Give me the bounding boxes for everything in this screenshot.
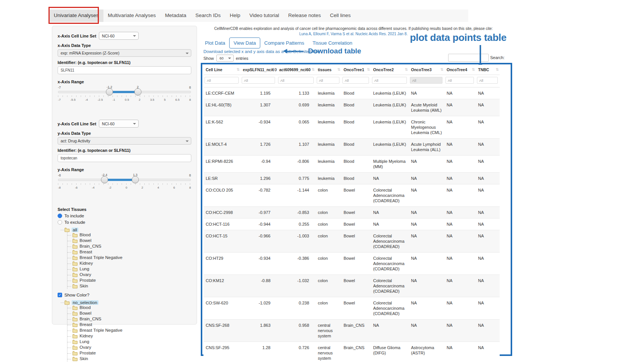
tick-label: 4 (158, 186, 159, 189)
tab-view-data[interactable]: View Data (229, 37, 260, 48)
column-filter-input[interactable] (317, 77, 339, 84)
tree-node-tissue[interactable]: Ovary (67, 272, 191, 278)
tree-node-no-selection[interactable]: no_selection (60, 300, 191, 305)
x-identifier-input[interactable] (58, 66, 191, 74)
table-row[interactable]: CO:HT29 -0.934 -0.386 colon Bowel Colore… (203, 253, 500, 275)
nav-tab-help[interactable]: Help (225, 9, 245, 22)
table-row[interactable]: LE:K-562 -0.934 0.065 leukemia Blood Leu… (203, 116, 500, 139)
column-filter-input[interactable] (242, 77, 275, 84)
table-row[interactable]: LE:CCRF-CEM 1.195 1.133 leukemia Blood L… (203, 87, 500, 99)
slider-handle-low[interactable] (106, 88, 113, 95)
sort-icon[interactable]: ⇅ (441, 67, 444, 72)
sort-icon[interactable]: ⇅ (472, 67, 475, 72)
tab-compare-patterns[interactable]: Compare Patterns (260, 38, 309, 48)
tree-node-tissue[interactable]: Skin (67, 283, 191, 289)
oncotree1-cell: Blood (341, 173, 371, 184)
y-identifier-input[interactable] (58, 154, 191, 162)
column-filter-input[interactable] (372, 77, 407, 84)
sort-icon[interactable]: ⇅ (405, 67, 408, 72)
nav-tab-metadata[interactable]: Metadata (160, 9, 191, 22)
search-input[interactable] (448, 54, 489, 62)
y-cell-line-set-select[interactable]: NCI-60 (99, 120, 139, 128)
column-header[interactable]: Cell Line⇅ (203, 65, 241, 75)
column-filter-input[interactable] (342, 77, 369, 84)
tree-node-tissue[interactable]: Breast Triple Negative (67, 255, 191, 261)
tree-node-tissue[interactable]: Kidney (67, 333, 191, 339)
oncotree1-cell: Blood (341, 156, 371, 173)
table-row[interactable]: CO:HCC-2998 -0.977 -0.853 colon Bowel NA… (203, 207, 500, 218)
tab-plot-data[interactable]: Plot Data (201, 38, 229, 48)
y-data-type-select[interactable]: act: Drug Activity (58, 137, 191, 145)
tree-node-tissue[interactable]: Ovary (67, 345, 191, 350)
column-header[interactable]: expSLFN11_nci60⇅ (241, 65, 277, 75)
table-row[interactable]: CNS:SF-268 1.863 0.958 central nervous s… (203, 320, 500, 342)
tree-node-tissue[interactable]: Lung (67, 339, 191, 345)
tissues-include-radio[interactable]: To include (58, 214, 191, 218)
tree-node-tissue[interactable]: Prostate (67, 350, 191, 356)
sort-icon[interactable]: ⇅ (496, 67, 499, 72)
tree-node-tissue[interactable]: Blood (67, 232, 191, 238)
column-header[interactable]: tissues⇅ (316, 65, 341, 75)
slider-handle-high[interactable] (134, 88, 141, 95)
tree-node-tissue[interactable]: Breast (67, 249, 191, 255)
entries-select[interactable]: 60 (216, 55, 234, 62)
sort-icon[interactable]: ⇅ (312, 67, 315, 72)
x-cell-line-set-select[interactable]: NCI-60 (99, 32, 139, 40)
exp-value-cell: 1.726 (241, 139, 277, 156)
tree-node-tissue[interactable]: Skin (67, 356, 191, 362)
table-row[interactable]: LE:HL-60(TB) 1.307 0.699 leukemia Blood … (203, 99, 500, 116)
oncotree3-cell: NA (409, 320, 444, 342)
sort-icon[interactable]: ⇅ (237, 67, 240, 72)
sort-icon[interactable]: ⇅ (273, 67, 276, 72)
column-filter-input[interactable] (410, 77, 442, 84)
table-row[interactable]: CNS:SF-295 1.28 0.726 central nervous sy… (203, 342, 500, 362)
tree-node-tissue[interactable]: Breast Triple Negative (67, 328, 191, 333)
column-filter-input[interactable] (205, 77, 239, 84)
column-header[interactable]: OncoTree4⇅ (444, 65, 476, 75)
column-filter-input[interactable] (445, 77, 474, 84)
table-row[interactable]: CO:HCT-15 -0.966 -1.003 colon Bowel Colo… (203, 230, 500, 253)
x-range-label: x-Axis Range (58, 80, 191, 84)
tree-node-tissue[interactable]: Lung (67, 266, 191, 272)
tree-node-tissue[interactable]: Bowel (67, 238, 191, 243)
column-filter-input[interactable] (477, 77, 498, 84)
tree-node-tissue[interactable]: Prostate (67, 278, 191, 283)
column-header[interactable]: OncoTree3⇅ (409, 65, 444, 75)
tree-node-all[interactable]: all (60, 228, 191, 232)
table-row[interactable]: CO:COLO 205 -0.782 -1.144 colon Bowel Co… (203, 184, 500, 207)
tree-node-tissue[interactable]: Breast (67, 322, 191, 328)
tree-item-label: Bowel (80, 311, 91, 316)
filter-cell (316, 75, 341, 87)
tree-node-tissue[interactable]: Bowel (67, 311, 191, 316)
nav-tab-search-ids[interactable]: Search IDs (191, 9, 225, 22)
column-filter-input[interactable] (278, 77, 314, 84)
nav-tab-multivariate-analyses[interactable]: Multivariate Analyses (103, 9, 161, 22)
show-color-checkbox[interactable]: ✓ Show Color? (58, 293, 191, 297)
sort-icon[interactable]: ⇅ (367, 67, 370, 72)
table-row[interactable]: CO:HCT-116 -0.944 0.255 colon Bowel NA N… (203, 218, 500, 230)
tissues-exclude-radio[interactable]: To exclude (58, 220, 191, 225)
nav-tab-video-tutorial[interactable]: Video tutorial (245, 9, 284, 22)
tree-node-tissue[interactable]: Blood (67, 305, 191, 311)
column-header[interactable]: act609699_nci60⇅ (277, 65, 316, 75)
sort-icon[interactable]: ⇅ (338, 67, 341, 72)
tree-node-tissue[interactable]: Brain_CNS (67, 243, 191, 249)
column-header[interactable]: OncoTree1⇅ (341, 65, 371, 75)
table-row[interactable]: CO:SW-620 -1.029 0.238 colon Bowel Color… (203, 297, 500, 320)
table-row[interactable]: CO:KM12 -0.88 -1.032 colon Bowel Colorec… (203, 275, 500, 297)
column-header[interactable]: TNBC⇅ (476, 65, 500, 75)
table-row[interactable]: LE:MOLT-4 1.726 1.107 leukemia Blood Leu… (203, 139, 500, 156)
nav-tab-release-notes[interactable]: Release notes (284, 9, 325, 22)
slider-handle-low[interactable] (101, 176, 108, 183)
tree-node-tissue[interactable]: Brain_CNS (67, 316, 191, 322)
nav-tab-univariate-analyses[interactable]: Univariate Analyses (49, 9, 103, 22)
tab-tissue-correlation[interactable]: Tissue Correlation (308, 38, 356, 48)
slider-handle-high[interactable] (131, 176, 139, 183)
x-data-type-select[interactable]: exp: mRNA Expression (Z-Score) (58, 49, 191, 57)
table-row[interactable]: LE:RPMI-8226 -0.94 -0.806 leukemia Blood… (203, 156, 500, 173)
slider-tickmarks (58, 95, 191, 97)
column-header[interactable]: OncoTree2⇅ (371, 65, 409, 75)
nav-tab-cell-lines[interactable]: Cell lines (325, 9, 355, 22)
table-row[interactable]: LE:SR 1.296 0.775 leukemia Blood NA NA N… (203, 173, 500, 184)
tree-node-tissue[interactable]: Kidney (67, 261, 191, 266)
